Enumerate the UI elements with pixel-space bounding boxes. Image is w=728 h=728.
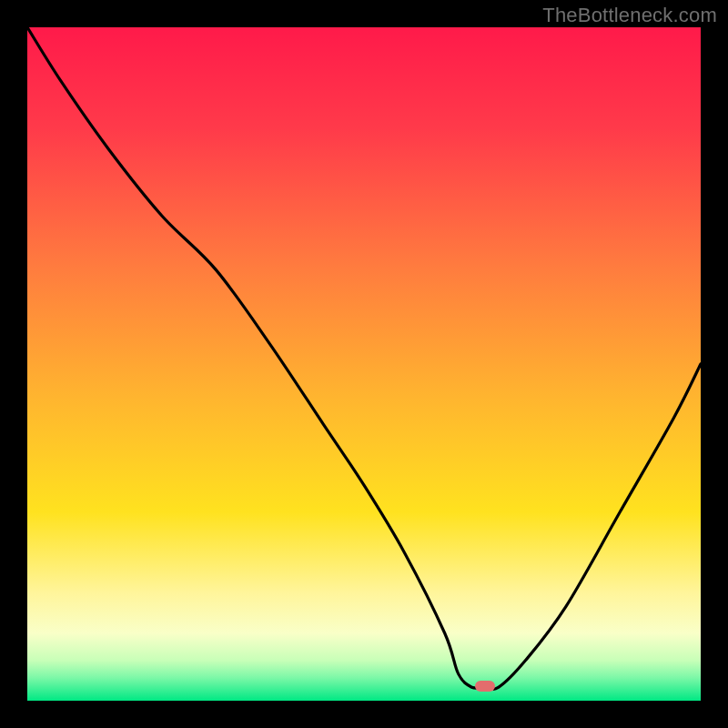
bottleneck-curve <box>27 27 701 701</box>
attribution-text: TheBottleneck.com <box>542 4 717 27</box>
chart-frame: TheBottleneck.com <box>0 0 728 728</box>
optimum-marker <box>475 681 495 692</box>
plot-area <box>27 27 701 701</box>
